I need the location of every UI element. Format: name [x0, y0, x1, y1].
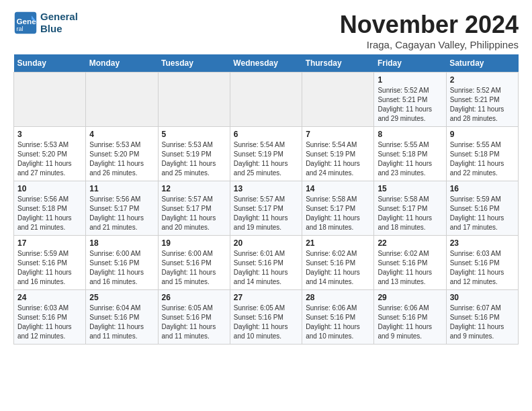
calendar-table: SundayMondayTuesdayWednesdayThursdayFrid… [13, 54, 519, 345]
day-info: Sunrise: 5:56 AM Sunset: 5:18 PM Dayligh… [17, 195, 82, 232]
calendar-cell: 20Sunrise: 6:01 AM Sunset: 5:16 PM Dayli… [230, 236, 302, 290]
calendar-cell: 5Sunrise: 5:53 AM Sunset: 5:19 PM Daylig… [158, 127, 230, 181]
svg-text:ral: ral [17, 26, 24, 32]
day-number: 8 [378, 130, 442, 139]
day-info: Sunrise: 6:00 AM Sunset: 5:16 PM Dayligh… [162, 249, 226, 287]
title-section: November 2024 Iraga, Cagayan Valley, Phi… [340, 11, 519, 50]
day-number: 1 [378, 75, 442, 85]
day-number: 2 [450, 75, 515, 85]
calendar-cell: 23Sunrise: 6:03 AM Sunset: 5:16 PM Dayli… [446, 236, 518, 290]
calendar-cell: 19Sunrise: 6:00 AM Sunset: 5:16 PM Dayli… [158, 236, 230, 290]
day-number: 7 [306, 130, 370, 139]
weekday-header-tuesday: Tuesday [158, 54, 230, 73]
week-row-4: 17Sunrise: 5:59 AM Sunset: 5:16 PM Dayli… [14, 236, 519, 290]
day-info: Sunrise: 6:06 AM Sunset: 5:16 PM Dayligh… [378, 304, 442, 341]
calendar-cell: 8Sunrise: 5:55 AM Sunset: 5:18 PM Daylig… [374, 127, 446, 181]
calendar-cell: 2Sunrise: 5:52 AM Sunset: 5:21 PM Daylig… [446, 73, 518, 127]
calendar-cell [14, 73, 86, 127]
day-info: Sunrise: 5:57 AM Sunset: 5:17 PM Dayligh… [234, 195, 298, 232]
day-info: Sunrise: 5:54 AM Sunset: 5:19 PM Dayligh… [234, 140, 298, 178]
calendar-cell: 4Sunrise: 5:53 AM Sunset: 5:20 PM Daylig… [86, 127, 158, 181]
weekday-header-wednesday: Wednesday [230, 54, 302, 73]
day-number: 18 [89, 238, 154, 248]
day-info: Sunrise: 6:07 AM Sunset: 5:16 PM Dayligh… [450, 304, 515, 341]
page-header: Gene- ral General Blue November 2024 Ira… [13, 11, 519, 50]
month-title: November 2024 [340, 11, 519, 39]
day-number: 11 [89, 184, 154, 193]
day-number: 14 [306, 184, 370, 193]
day-number: 22 [378, 238, 442, 248]
calendar-cell [230, 73, 302, 127]
calendar-cell: 10Sunrise: 5:56 AM Sunset: 5:18 PM Dayli… [14, 181, 86, 236]
day-info: Sunrise: 5:53 AM Sunset: 5:20 PM Dayligh… [89, 140, 154, 178]
calendar-cell: 16Sunrise: 5:59 AM Sunset: 5:16 PM Dayli… [446, 181, 518, 236]
day-info: Sunrise: 6:05 AM Sunset: 5:16 PM Dayligh… [162, 304, 226, 341]
calendar-cell: 28Sunrise: 6:06 AM Sunset: 5:16 PM Dayli… [302, 290, 374, 345]
day-info: Sunrise: 5:53 AM Sunset: 5:19 PM Dayligh… [162, 140, 226, 178]
day-number: 12 [162, 184, 226, 193]
calendar-cell: 24Sunrise: 6:03 AM Sunset: 5:16 PM Dayli… [14, 290, 86, 345]
day-info: Sunrise: 5:59 AM Sunset: 5:16 PM Dayligh… [450, 195, 515, 232]
day-number: 23 [450, 238, 515, 248]
day-number: 16 [450, 184, 515, 193]
logo: Gene- ral General Blue [13, 11, 78, 35]
day-number: 20 [234, 238, 298, 248]
calendar-cell: 9Sunrise: 5:55 AM Sunset: 5:18 PM Daylig… [446, 127, 518, 181]
calendar-cell: 6Sunrise: 5:54 AM Sunset: 5:19 PM Daylig… [230, 127, 302, 181]
calendar-cell: 30Sunrise: 6:07 AM Sunset: 5:16 PM Dayli… [446, 290, 518, 345]
day-number: 24 [17, 293, 82, 302]
day-number: 28 [306, 293, 370, 302]
day-number: 5 [162, 130, 226, 139]
day-info: Sunrise: 5:52 AM Sunset: 5:21 PM Dayligh… [378, 86, 442, 124]
day-info: Sunrise: 6:01 AM Sunset: 5:16 PM Dayligh… [234, 249, 298, 287]
calendar-cell: 22Sunrise: 6:02 AM Sunset: 5:16 PM Dayli… [374, 236, 446, 290]
day-number: 26 [162, 293, 226, 302]
day-info: Sunrise: 6:02 AM Sunset: 5:16 PM Dayligh… [378, 249, 442, 287]
day-number: 4 [89, 130, 154, 139]
calendar-cell [86, 73, 158, 127]
day-number: 27 [234, 293, 298, 302]
calendar-cell [158, 73, 230, 127]
calendar-cell: 26Sunrise: 6:05 AM Sunset: 5:16 PM Dayli… [158, 290, 230, 345]
day-info: Sunrise: 5:58 AM Sunset: 5:17 PM Dayligh… [306, 195, 370, 232]
weekday-header-thursday: Thursday [302, 54, 374, 73]
calendar-cell: 3Sunrise: 5:53 AM Sunset: 5:20 PM Daylig… [14, 127, 86, 181]
calendar-cell: 1Sunrise: 5:52 AM Sunset: 5:21 PM Daylig… [374, 73, 446, 127]
calendar-cell: 29Sunrise: 6:06 AM Sunset: 5:16 PM Dayli… [374, 290, 446, 345]
weekday-header-row: SundayMondayTuesdayWednesdayThursdayFrid… [14, 54, 519, 73]
day-info: Sunrise: 6:03 AM Sunset: 5:16 PM Dayligh… [17, 304, 82, 341]
calendar-cell: 7Sunrise: 5:54 AM Sunset: 5:19 PM Daylig… [302, 127, 374, 181]
day-number: 9 [450, 130, 515, 139]
week-row-2: 3Sunrise: 5:53 AM Sunset: 5:20 PM Daylig… [14, 127, 519, 181]
logo-text-line1: General [40, 11, 78, 23]
calendar-cell: 27Sunrise: 6:05 AM Sunset: 5:16 PM Dayli… [230, 290, 302, 345]
day-info: Sunrise: 5:56 AM Sunset: 5:17 PM Dayligh… [89, 195, 154, 232]
calendar-cell: 18Sunrise: 6:00 AM Sunset: 5:16 PM Dayli… [86, 236, 158, 290]
calendar-cell: 12Sunrise: 5:57 AM Sunset: 5:17 PM Dayli… [158, 181, 230, 236]
week-row-1: 1Sunrise: 5:52 AM Sunset: 5:21 PM Daylig… [14, 73, 519, 127]
day-info: Sunrise: 5:52 AM Sunset: 5:21 PM Dayligh… [450, 86, 515, 124]
day-info: Sunrise: 6:06 AM Sunset: 5:16 PM Dayligh… [306, 304, 370, 341]
day-info: Sunrise: 5:55 AM Sunset: 5:18 PM Dayligh… [450, 140, 515, 178]
location-title: Iraga, Cagayan Valley, Philippines [340, 39, 519, 50]
day-info: Sunrise: 5:57 AM Sunset: 5:17 PM Dayligh… [162, 195, 226, 232]
day-info: Sunrise: 6:05 AM Sunset: 5:16 PM Dayligh… [234, 304, 298, 341]
logo-icon: Gene- ral [13, 11, 38, 35]
day-info: Sunrise: 5:58 AM Sunset: 5:17 PM Dayligh… [378, 195, 442, 232]
day-info: Sunrise: 6:04 AM Sunset: 5:16 PM Dayligh… [89, 304, 154, 341]
calendar-cell: 25Sunrise: 6:04 AM Sunset: 5:16 PM Dayli… [86, 290, 158, 345]
day-number: 17 [17, 238, 82, 248]
logo-text-line2: Blue [40, 23, 78, 35]
day-info: Sunrise: 5:54 AM Sunset: 5:19 PM Dayligh… [306, 140, 370, 178]
day-info: Sunrise: 5:53 AM Sunset: 5:20 PM Dayligh… [17, 140, 82, 178]
calendar-cell: 14Sunrise: 5:58 AM Sunset: 5:17 PM Dayli… [302, 181, 374, 236]
day-number: 19 [162, 238, 226, 248]
calendar-cell: 21Sunrise: 6:02 AM Sunset: 5:16 PM Dayli… [302, 236, 374, 290]
weekday-header-sunday: Sunday [14, 54, 86, 73]
calendar-cell: 11Sunrise: 5:56 AM Sunset: 5:17 PM Dayli… [86, 181, 158, 236]
calendar-cell: 13Sunrise: 5:57 AM Sunset: 5:17 PM Dayli… [230, 181, 302, 236]
weekday-header-friday: Friday [374, 54, 446, 73]
calendar-cell [302, 73, 374, 127]
day-info: Sunrise: 6:03 AM Sunset: 5:16 PM Dayligh… [450, 249, 515, 287]
day-info: Sunrise: 6:02 AM Sunset: 5:16 PM Dayligh… [306, 249, 370, 287]
